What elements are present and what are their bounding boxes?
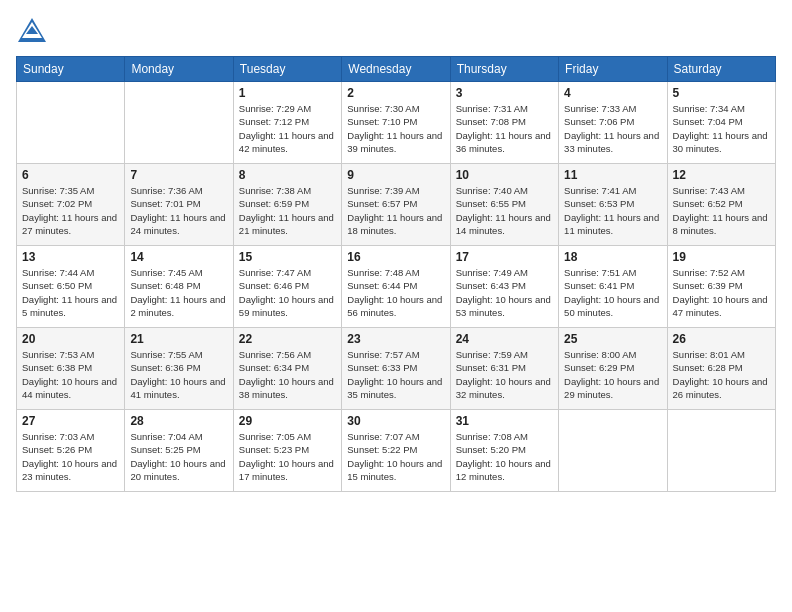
calendar-cell: 11Sunrise: 7:41 AMSunset: 6:53 PMDayligh… bbox=[559, 164, 667, 246]
day-info: Sunrise: 7:05 AMSunset: 5:23 PMDaylight:… bbox=[239, 430, 336, 483]
page-header bbox=[16, 16, 776, 44]
day-number: 9 bbox=[347, 168, 444, 182]
calendar-cell: 7Sunrise: 7:36 AMSunset: 7:01 PMDaylight… bbox=[125, 164, 233, 246]
calendar-cell: 23Sunrise: 7:57 AMSunset: 6:33 PMDayligh… bbox=[342, 328, 450, 410]
calendar-cell: 31Sunrise: 7:08 AMSunset: 5:20 PMDayligh… bbox=[450, 410, 558, 492]
calendar-cell: 9Sunrise: 7:39 AMSunset: 6:57 PMDaylight… bbox=[342, 164, 450, 246]
day-info: Sunrise: 7:47 AMSunset: 6:46 PMDaylight:… bbox=[239, 266, 336, 319]
day-number: 18 bbox=[564, 250, 661, 264]
day-number: 19 bbox=[673, 250, 770, 264]
calendar-cell: 25Sunrise: 8:00 AMSunset: 6:29 PMDayligh… bbox=[559, 328, 667, 410]
calendar-cell bbox=[17, 82, 125, 164]
day-info: Sunrise: 7:55 AMSunset: 6:36 PMDaylight:… bbox=[130, 348, 227, 401]
calendar-cell: 2Sunrise: 7:30 AMSunset: 7:10 PMDaylight… bbox=[342, 82, 450, 164]
calendar-cell: 29Sunrise: 7:05 AMSunset: 5:23 PMDayligh… bbox=[233, 410, 341, 492]
day-number: 2 bbox=[347, 86, 444, 100]
calendar-cell: 12Sunrise: 7:43 AMSunset: 6:52 PMDayligh… bbox=[667, 164, 775, 246]
calendar-cell: 6Sunrise: 7:35 AMSunset: 7:02 PMDaylight… bbox=[17, 164, 125, 246]
day-info: Sunrise: 7:08 AMSunset: 5:20 PMDaylight:… bbox=[456, 430, 553, 483]
calendar-cell: 8Sunrise: 7:38 AMSunset: 6:59 PMDaylight… bbox=[233, 164, 341, 246]
calendar-cell: 19Sunrise: 7:52 AMSunset: 6:39 PMDayligh… bbox=[667, 246, 775, 328]
day-number: 6 bbox=[22, 168, 119, 182]
day-number: 20 bbox=[22, 332, 119, 346]
day-number: 10 bbox=[456, 168, 553, 182]
calendar-cell: 26Sunrise: 8:01 AMSunset: 6:28 PMDayligh… bbox=[667, 328, 775, 410]
day-info: Sunrise: 7:39 AMSunset: 6:57 PMDaylight:… bbox=[347, 184, 444, 237]
day-number: 17 bbox=[456, 250, 553, 264]
logo bbox=[16, 16, 52, 44]
day-info: Sunrise: 7:57 AMSunset: 6:33 PMDaylight:… bbox=[347, 348, 444, 401]
day-number: 25 bbox=[564, 332, 661, 346]
calendar-header-sunday: Sunday bbox=[17, 57, 125, 82]
logo-icon bbox=[16, 16, 48, 44]
calendar-cell: 17Sunrise: 7:49 AMSunset: 6:43 PMDayligh… bbox=[450, 246, 558, 328]
calendar-header-wednesday: Wednesday bbox=[342, 57, 450, 82]
calendar-header-friday: Friday bbox=[559, 57, 667, 82]
day-number: 24 bbox=[456, 332, 553, 346]
calendar-cell bbox=[125, 82, 233, 164]
day-number: 29 bbox=[239, 414, 336, 428]
day-number: 5 bbox=[673, 86, 770, 100]
day-number: 13 bbox=[22, 250, 119, 264]
day-info: Sunrise: 7:36 AMSunset: 7:01 PMDaylight:… bbox=[130, 184, 227, 237]
day-number: 28 bbox=[130, 414, 227, 428]
day-number: 30 bbox=[347, 414, 444, 428]
calendar-cell: 30Sunrise: 7:07 AMSunset: 5:22 PMDayligh… bbox=[342, 410, 450, 492]
calendar-cell: 22Sunrise: 7:56 AMSunset: 6:34 PMDayligh… bbox=[233, 328, 341, 410]
day-info: Sunrise: 7:31 AMSunset: 7:08 PMDaylight:… bbox=[456, 102, 553, 155]
calendar-cell: 18Sunrise: 7:51 AMSunset: 6:41 PMDayligh… bbox=[559, 246, 667, 328]
day-info: Sunrise: 8:01 AMSunset: 6:28 PMDaylight:… bbox=[673, 348, 770, 401]
day-number: 14 bbox=[130, 250, 227, 264]
day-number: 15 bbox=[239, 250, 336, 264]
day-number: 7 bbox=[130, 168, 227, 182]
calendar-header-tuesday: Tuesday bbox=[233, 57, 341, 82]
day-info: Sunrise: 7:40 AMSunset: 6:55 PMDaylight:… bbox=[456, 184, 553, 237]
day-info: Sunrise: 7:49 AMSunset: 6:43 PMDaylight:… bbox=[456, 266, 553, 319]
calendar-cell: 20Sunrise: 7:53 AMSunset: 6:38 PMDayligh… bbox=[17, 328, 125, 410]
calendar-cell: 13Sunrise: 7:44 AMSunset: 6:50 PMDayligh… bbox=[17, 246, 125, 328]
day-number: 22 bbox=[239, 332, 336, 346]
day-info: Sunrise: 7:04 AMSunset: 5:25 PMDaylight:… bbox=[130, 430, 227, 483]
day-info: Sunrise: 7:38 AMSunset: 6:59 PMDaylight:… bbox=[239, 184, 336, 237]
day-number: 21 bbox=[130, 332, 227, 346]
day-info: Sunrise: 7:56 AMSunset: 6:34 PMDaylight:… bbox=[239, 348, 336, 401]
day-info: Sunrise: 7:48 AMSunset: 6:44 PMDaylight:… bbox=[347, 266, 444, 319]
calendar-cell: 14Sunrise: 7:45 AMSunset: 6:48 PMDayligh… bbox=[125, 246, 233, 328]
calendar-cell: 28Sunrise: 7:04 AMSunset: 5:25 PMDayligh… bbox=[125, 410, 233, 492]
day-number: 4 bbox=[564, 86, 661, 100]
day-number: 11 bbox=[564, 168, 661, 182]
day-info: Sunrise: 7:33 AMSunset: 7:06 PMDaylight:… bbox=[564, 102, 661, 155]
day-info: Sunrise: 7:43 AMSunset: 6:52 PMDaylight:… bbox=[673, 184, 770, 237]
calendar-cell bbox=[667, 410, 775, 492]
day-number: 8 bbox=[239, 168, 336, 182]
day-number: 26 bbox=[673, 332, 770, 346]
day-info: Sunrise: 7:03 AMSunset: 5:26 PMDaylight:… bbox=[22, 430, 119, 483]
day-info: Sunrise: 7:34 AMSunset: 7:04 PMDaylight:… bbox=[673, 102, 770, 155]
calendar-cell: 10Sunrise: 7:40 AMSunset: 6:55 PMDayligh… bbox=[450, 164, 558, 246]
day-info: Sunrise: 7:52 AMSunset: 6:39 PMDaylight:… bbox=[673, 266, 770, 319]
day-number: 23 bbox=[347, 332, 444, 346]
calendar-cell: 16Sunrise: 7:48 AMSunset: 6:44 PMDayligh… bbox=[342, 246, 450, 328]
day-info: Sunrise: 7:59 AMSunset: 6:31 PMDaylight:… bbox=[456, 348, 553, 401]
calendar-cell: 24Sunrise: 7:59 AMSunset: 6:31 PMDayligh… bbox=[450, 328, 558, 410]
calendar-header-saturday: Saturday bbox=[667, 57, 775, 82]
day-info: Sunrise: 7:44 AMSunset: 6:50 PMDaylight:… bbox=[22, 266, 119, 319]
day-number: 31 bbox=[456, 414, 553, 428]
day-info: Sunrise: 7:41 AMSunset: 6:53 PMDaylight:… bbox=[564, 184, 661, 237]
calendar-cell: 5Sunrise: 7:34 AMSunset: 7:04 PMDaylight… bbox=[667, 82, 775, 164]
day-info: Sunrise: 8:00 AMSunset: 6:29 PMDaylight:… bbox=[564, 348, 661, 401]
day-number: 1 bbox=[239, 86, 336, 100]
calendar-cell: 4Sunrise: 7:33 AMSunset: 7:06 PMDaylight… bbox=[559, 82, 667, 164]
day-number: 3 bbox=[456, 86, 553, 100]
calendar-cell bbox=[559, 410, 667, 492]
calendar-cell: 3Sunrise: 7:31 AMSunset: 7:08 PMDaylight… bbox=[450, 82, 558, 164]
calendar-cell: 1Sunrise: 7:29 AMSunset: 7:12 PMDaylight… bbox=[233, 82, 341, 164]
day-info: Sunrise: 7:07 AMSunset: 5:22 PMDaylight:… bbox=[347, 430, 444, 483]
day-info: Sunrise: 7:51 AMSunset: 6:41 PMDaylight:… bbox=[564, 266, 661, 319]
calendar-header-thursday: Thursday bbox=[450, 57, 558, 82]
calendar-cell: 27Sunrise: 7:03 AMSunset: 5:26 PMDayligh… bbox=[17, 410, 125, 492]
day-info: Sunrise: 7:35 AMSunset: 7:02 PMDaylight:… bbox=[22, 184, 119, 237]
day-info: Sunrise: 7:30 AMSunset: 7:10 PMDaylight:… bbox=[347, 102, 444, 155]
day-info: Sunrise: 7:29 AMSunset: 7:12 PMDaylight:… bbox=[239, 102, 336, 155]
day-number: 16 bbox=[347, 250, 444, 264]
